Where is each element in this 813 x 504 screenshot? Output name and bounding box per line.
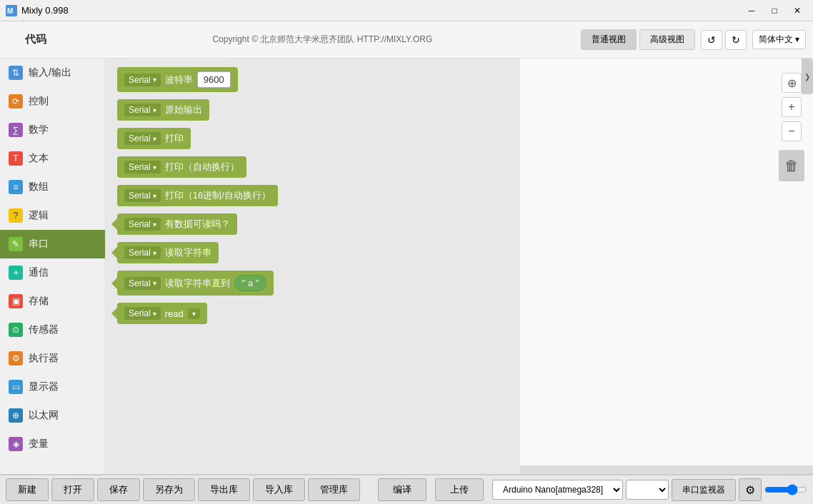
serial-icon: ✎	[9, 237, 23, 251]
block-input-baud-rate[interactable]: 9600	[197, 71, 231, 88]
code-scrollbar[interactable]	[520, 465, 813, 474]
main-container: 代码 Copyright © 北京师范大学米思齐团队 HTTP://MIXLY.…	[0, 21, 813, 504]
zoom-center-button[interactable]: ⊕	[782, 73, 802, 93]
sidebar-item-storage[interactable]: ▣ 存储	[0, 287, 105, 316]
block-main-read[interactable]: Serialread	[117, 303, 207, 324]
block-available[interactable]: Serial有数据可读吗？	[117, 213, 509, 235]
block-raw-output[interactable]: Serial原始输出	[117, 99, 509, 121]
zoom-out-button[interactable]: −	[782, 121, 802, 141]
block-main-raw-output[interactable]: Serial原始输出	[117, 99, 209, 121]
code-label: 代码	[7, 29, 64, 51]
block-main-available[interactable]: Serial有数据可读吗？	[117, 213, 237, 235]
speed-slider[interactable]	[764, 484, 807, 495]
sidebar-item-math[interactable]: ∑ 数学	[0, 116, 105, 144]
board-selector[interactable]: Arduino Nano[atmega328]	[492, 480, 623, 500]
sidebar: ⇅ 输入/输出 ⟳ 控制 ∑ 数学 T 文本 ≡ 数组 ? 逻辑 ✎ 串口 ⌖ …	[0, 59, 106, 474]
new-button[interactable]: 新建	[6, 478, 49, 501]
export-button[interactable]: 导出库	[198, 478, 250, 501]
toolbar: 代码 Copyright © 北京师范大学米思齐团队 HTTP://MIXLY.…	[0, 21, 813, 59]
block-println[interactable]: Serial打印（自动换行）	[117, 156, 509, 178]
sidebar-label-logic: 逻辑	[29, 209, 49, 222]
sidebar-label-io: 输入/输出	[29, 66, 71, 79]
text-icon: T	[9, 151, 23, 166]
block-baud-rate[interactable]: Serial波特率9600	[117, 67, 509, 92]
titlebar: M Mixly 0.998 ─ □ ✕	[0, 0, 813, 21]
block-dropdown-read[interactable]: Serial	[124, 307, 161, 320]
block-main-baud-rate[interactable]: Serial波特率9600	[117, 67, 238, 92]
advanced-view-button[interactable]: 高级视图	[639, 29, 695, 50]
block-label-read-string: 读取字符串	[165, 246, 211, 259]
sidebar-item-control[interactable]: ⟳ 控制	[0, 87, 105, 116]
sidebar-item-array[interactable]: ≡ 数组	[0, 173, 105, 201]
block-dropdown-read-string-until[interactable]: Serial	[124, 277, 161, 290]
block-label-read-string-until: 读取字符串直到	[165, 277, 230, 290]
port-selector[interactable]	[626, 480, 669, 500]
block-label-available: 有数据可读吗？	[165, 218, 230, 231]
variable-icon: ◈	[9, 437, 23, 451]
sidebar-label-array: 数组	[29, 181, 49, 193]
save-as-button[interactable]: 另存为	[143, 478, 195, 501]
block-dropdown-raw-output[interactable]: Serial	[124, 104, 161, 116]
sidebar-item-comm[interactable]: ⌖ 通信	[0, 258, 105, 287]
maximize-button[interactable]: □	[764, 4, 784, 18]
gear-button[interactable]: ⚙	[739, 478, 762, 501]
sidebar-item-variable[interactable]: ◈ 变量	[0, 430, 105, 458]
block-print[interactable]: Serial打印	[117, 128, 509, 149]
block-label-print-hex: 打印（16进制/自动换行）	[165, 189, 271, 202]
serial-monitor-button[interactable]: 串口监视器	[672, 479, 736, 501]
array-icon: ≡	[9, 180, 23, 194]
zoom-in-button[interactable]: +	[782, 97, 802, 117]
block-read[interactable]: Serialread	[117, 303, 509, 324]
comm-icon: ⌖	[9, 266, 23, 280]
open-button[interactable]: 打开	[51, 478, 94, 501]
block-main-print-hex[interactable]: Serial打印（16进制/自动换行）	[117, 185, 278, 206]
zoom-controls: ⊕ + − 🗑	[779, 73, 804, 181]
block-dropdown-println[interactable]: Serial	[124, 161, 161, 173]
block-read-string-until[interactable]: Serial读取字符串直到" a "	[117, 271, 509, 296]
sidebar-label-serial: 串口	[29, 238, 49, 251]
redo-button[interactable]: ↻	[725, 30, 747, 50]
sidebar-item-logic[interactable]: ? 逻辑	[0, 201, 105, 230]
block-dropdown-print[interactable]: Serial	[124, 132, 161, 145]
upload-button[interactable]: 上传	[435, 478, 484, 501]
storage-icon: ▣	[9, 294, 23, 308]
sidebar-item-text[interactable]: T 文本	[0, 144, 105, 173]
compile-button[interactable]: 编译	[378, 478, 427, 501]
blocks-area: Serial波特率9600Serial原始输出Serial打印Serial打印（…	[106, 59, 520, 474]
block-main-println[interactable]: Serial打印（自动换行）	[117, 156, 246, 178]
block-dropdown-read-string[interactable]: Serial	[124, 246, 161, 259]
import-button[interactable]: 导入库	[253, 478, 305, 501]
minimize-button[interactable]: ─	[742, 4, 762, 18]
sidebar-item-serial[interactable]: ✎ 串口	[0, 230, 105, 258]
sidebar-item-io[interactable]: ⇅ 输入/输出	[0, 59, 105, 87]
manage-button[interactable]: 管理库	[308, 478, 360, 501]
sidebar-label-control: 控制	[29, 95, 49, 108]
language-selector[interactable]: 简体中文 ▾	[752, 30, 806, 49]
speed-slider-area	[764, 484, 807, 495]
sidebar-item-display[interactable]: ▭ 显示器	[0, 373, 105, 401]
sidebar-item-sensor[interactable]: ⊙ 传感器	[0, 316, 105, 344]
block-dropdown-baud-rate[interactable]: Serial	[124, 74, 161, 86]
block-main-read-string-until[interactable]: Serial读取字符串直到" a "	[117, 271, 274, 296]
block-label-read: read	[165, 308, 184, 319]
content-area: ⇅ 输入/输出 ⟳ 控制 ∑ 数学 T 文本 ≡ 数组 ? 逻辑 ✎ 串口 ⌖ …	[0, 59, 813, 474]
view-buttons: 普通视图 高级视图	[581, 29, 695, 50]
block-dropdown-print-hex[interactable]: Serial	[124, 189, 161, 202]
block-main-print[interactable]: Serial打印	[117, 128, 191, 149]
undo-button[interactable]: ↺	[701, 30, 722, 50]
bottom-bar: 新建 打开 保存 另存为 导出库 导入库 管理库 编译 上传 Arduino N…	[0, 474, 813, 504]
block-print-hex[interactable]: Serial打印（16进制/自动换行）	[117, 185, 509, 206]
block-read-string[interactable]: Serial读取字符串	[117, 242, 509, 263]
block-dropdown-available[interactable]: Serial	[124, 218, 161, 231]
normal-view-button[interactable]: 普通视图	[581, 29, 637, 50]
sidebar-item-actuator[interactable]: ⚙ 执行器	[0, 344, 105, 373]
collapse-button[interactable]: ❯	[802, 59, 813, 94]
save-button[interactable]: 保存	[97, 478, 140, 501]
close-button[interactable]: ✕	[787, 4, 807, 18]
block-dropdown2-read[interactable]	[188, 308, 200, 319]
trash-icon[interactable]: 🗑	[779, 150, 804, 181]
sidebar-item-ethernet[interactable]: ⊕ 以太网	[0, 401, 105, 430]
block-string-read-string-until[interactable]: " a "	[234, 275, 267, 291]
block-main-read-string[interactable]: Serial读取字符串	[117, 242, 219, 263]
display-icon: ▭	[9, 380, 23, 394]
